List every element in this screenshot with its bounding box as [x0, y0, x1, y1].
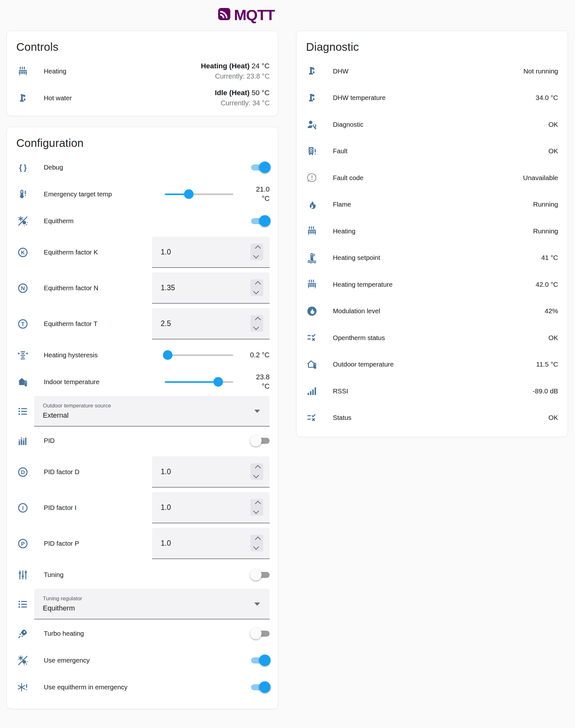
diagnostic-row[interactable]: Heating temperature 42.0 °C [297, 271, 568, 298]
toggle-knob[interactable] [250, 435, 262, 446]
toggle-switch[interactable] [251, 684, 270, 690]
diagnostic-card: Diagnostic DHW Not running DHW temperatu… [296, 31, 568, 437]
stepper-down-button[interactable] [253, 288, 259, 294]
diagnostic-row[interactable]: Heating setpoint 41 °C [297, 245, 568, 271]
toggle-switch[interactable] [251, 631, 270, 637]
stepper-down-button[interactable] [253, 472, 259, 478]
diagnostic-row[interactable]: Diagnostic OK [297, 111, 568, 138]
diagnostic-rows: DHW Not running DHW temperature 34.0 °C … [297, 58, 568, 431]
stepper-up-button[interactable] [255, 281, 261, 287]
toggle-switch[interactable] [251, 657, 270, 663]
radiator-icon [305, 225, 318, 238]
number-input-value[interactable]: 1.0 [161, 503, 171, 512]
diagnostic-row[interactable]: RSSI -89.0 dB [297, 378, 568, 405]
slider-knob[interactable] [163, 350, 172, 360]
config-row-toggle: PID [7, 427, 278, 454]
slider-fill [165, 381, 218, 383]
stepper-up-button[interactable] [255, 245, 261, 251]
slider-track[interactable] [165, 355, 233, 356]
config-row-label: Equitherm factor N [44, 284, 152, 292]
toggle-switch[interactable] [251, 438, 270, 444]
number-input-value[interactable]: 1.0 [161, 248, 171, 256]
diagnostic-row[interactable]: Status OK [297, 405, 568, 431]
list-status-icon [305, 411, 318, 424]
number-input-value[interactable]: 2.5 [161, 319, 171, 328]
diagnostic-row-label: Opentherm status [333, 334, 548, 342]
diagnostic-row[interactable]: Modulation level 42% [297, 298, 568, 325]
control-row-state: Idle (Heat) 50 °C Currently: 34 °C [215, 88, 270, 108]
stepper-up-button[interactable] [255, 537, 261, 542]
number-stepper[interactable] [250, 463, 263, 480]
diagnostic-row[interactable]: Heating Running [297, 218, 568, 245]
slider[interactable] [165, 189, 233, 199]
number-input[interactable]: 1.35 [152, 272, 270, 304]
toggle-knob[interactable] [259, 681, 271, 693]
stepper-up-button[interactable] [255, 465, 261, 471]
diagnostic-row[interactable]: DHW Not running [297, 58, 568, 85]
list-bulleted-icon [16, 405, 29, 417]
stepper-down-button[interactable] [253, 508, 259, 514]
select-value[interactable]: Equitherm [43, 604, 270, 612]
number-input-value[interactable]: 1.0 [161, 539, 171, 548]
select-value[interactable]: External [43, 411, 270, 420]
diagnostic-row[interactable]: DHW temperature 34.0 °C [297, 85, 568, 111]
config-row-select: Tuning regulator Equitherm [7, 588, 278, 620]
number-stepper[interactable] [250, 535, 263, 551]
control-row[interactable]: Heating Heating (Heat) 24 °C Currently: … [7, 58, 278, 85]
number-input-value[interactable]: 1.0 [161, 468, 171, 476]
config-row-slider: Emergency target temp 21.0°C [7, 181, 278, 208]
toggle-knob[interactable] [250, 569, 262, 581]
slider-value: 21.0°C [238, 185, 270, 203]
number-stepper[interactable] [250, 244, 263, 260]
number-input[interactable]: 1.0 [152, 492, 270, 523]
control-row[interactable]: Hot water Idle (Heat) 50 °C Currently: 3… [7, 85, 278, 111]
select-field[interactable]: Outdoor temperature source External [34, 396, 270, 427]
diagnostic-row[interactable]: Fault code Unavailable [297, 165, 568, 191]
stepper-up-button[interactable] [255, 501, 261, 506]
number-input[interactable]: 2.5 [152, 308, 270, 339]
diagnostic-row-label: Heating temperature [333, 281, 536, 288]
diagnostic-row-value: Running [533, 227, 558, 235]
toggle-knob[interactable] [259, 161, 271, 173]
diagnostic-row[interactable]: Outdoor temperature 11.5 °C [297, 351, 568, 378]
sun-snowflake-icon [16, 654, 29, 667]
slider-wrap: 23.8°C [165, 373, 270, 391]
toggle-switch[interactable] [251, 572, 270, 578]
stepper-up-button[interactable] [255, 317, 261, 323]
letter-p-circle-icon: P [16, 537, 29, 550]
number-input[interactable]: 1.0 [152, 456, 270, 487]
stepper-down-button[interactable] [253, 253, 259, 258]
dropdown-caret-icon [254, 410, 260, 413]
number-input[interactable]: 1.0 [152, 528, 270, 559]
number-stepper[interactable] [250, 315, 263, 332]
toggle-knob[interactable] [259, 215, 271, 227]
sun-snowflake-icon [16, 215, 29, 227]
dropdown-caret-icon [254, 603, 260, 606]
number-stepper[interactable] [250, 499, 263, 516]
letter-i-circle-icon: I [16, 501, 29, 514]
diagnostic-row[interactable]: Opentherm status OK [297, 324, 568, 351]
slider-knob[interactable] [213, 377, 223, 387]
diagnostic-row-value: -89.0 dB [533, 387, 558, 395]
select-field[interactable]: Tuning regulator Equitherm [34, 589, 270, 619]
slider-knob[interactable] [184, 189, 194, 199]
config-row-number: D PID factor D 1.0 [7, 454, 278, 490]
water-pump-icon [305, 65, 318, 78]
svg-text:{ }: { } [19, 163, 27, 172]
diagnostic-row[interactable]: Fault OK [297, 138, 568, 165]
number-stepper[interactable] [250, 279, 263, 296]
stepper-down-button[interactable] [253, 324, 259, 330]
diagnostic-row[interactable]: Flame Running [297, 191, 568, 218]
slider[interactable] [165, 377, 233, 387]
svg-text:K: K [21, 249, 25, 255]
controls-rows: Heating Heating (Heat) 24 °C Currently: … [7, 58, 278, 111]
toggle-switch[interactable] [251, 218, 270, 224]
stepper-down-button[interactable] [253, 544, 259, 549]
toggle-switch[interactable] [251, 165, 270, 171]
select-label: Outdoor temperature source [43, 403, 270, 409]
toggle-knob[interactable] [250, 628, 262, 639]
number-input-value[interactable]: 1.35 [161, 284, 175, 292]
number-input[interactable]: 1.0 [152, 236, 270, 268]
slider[interactable] [165, 350, 233, 360]
toggle-knob[interactable] [259, 655, 271, 666]
